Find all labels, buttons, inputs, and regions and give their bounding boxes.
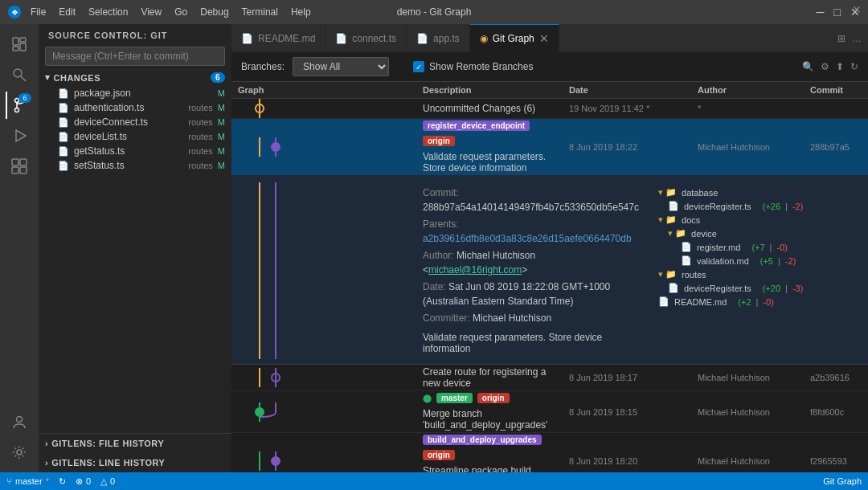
errors-status[interactable]: ⊗ 0 △ 0 xyxy=(76,476,115,487)
commit-message: Validate request parameters. Store devic… xyxy=(423,151,556,174)
uncommitted-indicator: * xyxy=(46,476,49,486)
folder-name: device xyxy=(691,229,717,239)
expand-panel: Commit: 288b97a54a14014149497fb4b7c53365… xyxy=(231,176,868,365)
app-icon: ❖ xyxy=(8,6,21,18)
changes-file-list: 📄 package.json M 📄 authentication.ts rou… xyxy=(39,86,231,173)
file-path: routes xyxy=(188,103,213,112)
explorer-icon[interactable] xyxy=(6,31,33,58)
menu-go[interactable]: Go xyxy=(174,6,187,18)
expand-committer: Michael Hutchison xyxy=(473,312,551,324)
graph-lines-288b97a5 xyxy=(231,137,416,157)
menu-edit[interactable]: Edit xyxy=(59,6,76,18)
file-item-setstatus[interactable]: 📄 setStatus.ts routes M xyxy=(39,158,231,173)
tab-connect[interactable]: 📄 connect.ts xyxy=(326,24,407,52)
menu-debug[interactable]: Debug xyxy=(200,6,228,18)
folder-device[interactable]: ▾ 📁 device xyxy=(655,227,868,240)
expand-author: Michael Hutchison xyxy=(457,250,535,261)
settings-icon[interactable]: ⚙ xyxy=(821,61,829,72)
git-graph-header: Graph Description Date Author Commit xyxy=(231,82,868,99)
changes-section-header[interactable]: ▾ CHANGES 6 xyxy=(39,69,231,86)
title-bar-menu[interactable]: File Edit Selection View Go Debug Termin… xyxy=(31,6,311,18)
file-deviceregister-routes[interactable]: 📄 deviceRegister.ts (+20 | -3) xyxy=(655,281,868,295)
fetch-icon[interactable]: ⬆ xyxy=(836,61,844,72)
source-control-icon[interactable]: 6 xyxy=(6,92,33,119)
branch-tag-origin: origin xyxy=(423,450,455,460)
debug-icon[interactable] xyxy=(6,122,33,149)
account-icon[interactable] xyxy=(6,408,33,435)
file-register-md[interactable]: 📄 register.md (+7 | -0) xyxy=(655,240,868,254)
date-288b97a5: 8 Jun 2019 18:22 xyxy=(563,142,691,152)
svg-point-29 xyxy=(256,408,264,416)
gitlens-line-history[interactable]: › GITLENS: LINE HISTORY xyxy=(39,453,231,472)
commit-message-input[interactable]: Message (Ctrl+Enter to commit) xyxy=(45,47,225,66)
svg-rect-2 xyxy=(13,47,18,51)
branch-status[interactable]: ⑂ master * xyxy=(6,476,49,486)
author-f2965593: Michael Hutchison xyxy=(691,456,804,466)
menu-terminal[interactable]: Terminal xyxy=(242,6,278,18)
column-description: Description xyxy=(416,85,563,95)
settings-icon[interactable] xyxy=(6,439,33,466)
file-icon: 📄 xyxy=(416,33,428,44)
changes-count-badge: 6 xyxy=(211,72,225,83)
sync-status[interactable]: ↻ xyxy=(59,476,66,487)
commit-message: Streamline package build scripts xyxy=(423,465,556,472)
branches-select[interactable]: Show All xyxy=(293,57,389,76)
error-icon: ⊗ xyxy=(76,476,83,487)
file-path: routes xyxy=(188,146,213,156)
file-status: M xyxy=(218,88,225,98)
tab-git-graph[interactable]: ◉ Git Graph ✕ xyxy=(470,24,559,52)
file-item-package[interactable]: 📄 package.json M xyxy=(39,86,231,100)
file-item-getstatus[interactable]: 📄 getStatus.ts routes M xyxy=(39,144,231,158)
file-item-auth[interactable]: 📄 authentication.ts routes M xyxy=(39,100,231,115)
file-name: authentication.ts xyxy=(74,102,183,113)
menu-selection[interactable]: Selection xyxy=(88,6,128,18)
git-graph-area[interactable]: Graph Description Date Author Commit Unc… xyxy=(231,82,868,472)
menu-file[interactable]: File xyxy=(31,6,46,18)
folder-name: database xyxy=(682,188,718,198)
tab-readme[interactable]: 📄 README.md xyxy=(231,24,326,52)
search-icon[interactable] xyxy=(6,61,33,88)
show-remote-checkbox-container[interactable]: ✓ Show Remote Branches xyxy=(413,61,533,72)
split-editor-icon[interactable]: ⊞ xyxy=(837,33,845,44)
menu-help[interactable]: Help xyxy=(291,6,311,18)
date-f8fd600c: 8 Jun 2019 18:15 xyxy=(563,407,691,417)
more-actions-icon[interactable]: … xyxy=(852,33,862,44)
file-status: M xyxy=(218,146,225,156)
committer-field: Committer: Michael Hutchison xyxy=(423,311,639,325)
commit-row-288b97a5[interactable]: register_device_endpoint origin Validate… xyxy=(231,119,868,176)
file-item-deviceconnect[interactable]: 📄 deviceConnect.ts routes M xyxy=(39,115,231,129)
file-name: deviceConnect.ts xyxy=(74,116,183,128)
added-count: (+2 xyxy=(738,297,751,307)
activity-bottom xyxy=(6,408,33,472)
folder-icon: ▾ 📁 xyxy=(668,228,686,239)
file-item-devicelist[interactable]: 📄 deviceList.ts routes M xyxy=(39,129,231,144)
svg-marker-10 xyxy=(16,130,26,141)
file-validation-md[interactable]: 📄 validation.md (+5 | -2) xyxy=(655,254,868,267)
commit-row-f2965593[interactable]: build_and_deploy_upgrades origin Streaml… xyxy=(231,433,868,472)
commit-row-f8fd600c[interactable]: ⬤ master origin Merge branch 'build_and_… xyxy=(231,391,868,433)
extensions-icon[interactable] xyxy=(6,153,33,180)
folder-database[interactable]: ▾ 📁 database xyxy=(655,186,868,199)
show-remote-checkbox[interactable]: ✓ xyxy=(413,61,424,72)
file-name: register.md xyxy=(697,243,740,252)
tab-app[interactable]: 📄 app.ts xyxy=(407,24,470,52)
file-readme[interactable]: 📄 README.md (+2 | -0) xyxy=(655,295,868,308)
commit-row-uncommitted[interactable]: Uncommitted Changes (6) 19 Nov 2019 11:4… xyxy=(231,99,868,119)
gitlens-file-history[interactable]: › GITLENS: FILE HISTORY xyxy=(39,434,231,453)
menu-view[interactable]: View xyxy=(141,6,162,18)
minimize-button[interactable]: ─ xyxy=(817,6,825,18)
commit-row-a2b39616[interactable]: Create route for registering a new devic… xyxy=(231,365,868,391)
author-a2b39616: Michael Hutchison xyxy=(691,373,804,382)
tab-close-button[interactable]: ✕ xyxy=(539,32,549,45)
branch-tag-master: master xyxy=(436,393,473,403)
file-deviceregister-db[interactable]: 📄 deviceRegister.ts (+26 | -2) xyxy=(655,199,868,213)
expand-author-email[interactable]: michael@16right.com xyxy=(428,264,522,276)
expand-commit-hash: 288b97a54a14014149497fb4b7c533650db5e547… xyxy=(423,202,639,213)
folder-docs[interactable]: ▾ 📁 docs xyxy=(655,213,868,227)
refresh-icon[interactable]: ↻ xyxy=(850,61,858,72)
folder-icon: ▾ 📁 xyxy=(658,187,677,198)
folder-name: routes xyxy=(682,270,706,280)
maximize-button[interactable]: □ xyxy=(834,6,841,18)
search-commits-icon[interactable]: 🔍 xyxy=(802,61,814,72)
folder-routes[interactable]: ▾ 📁 routes xyxy=(655,267,868,281)
